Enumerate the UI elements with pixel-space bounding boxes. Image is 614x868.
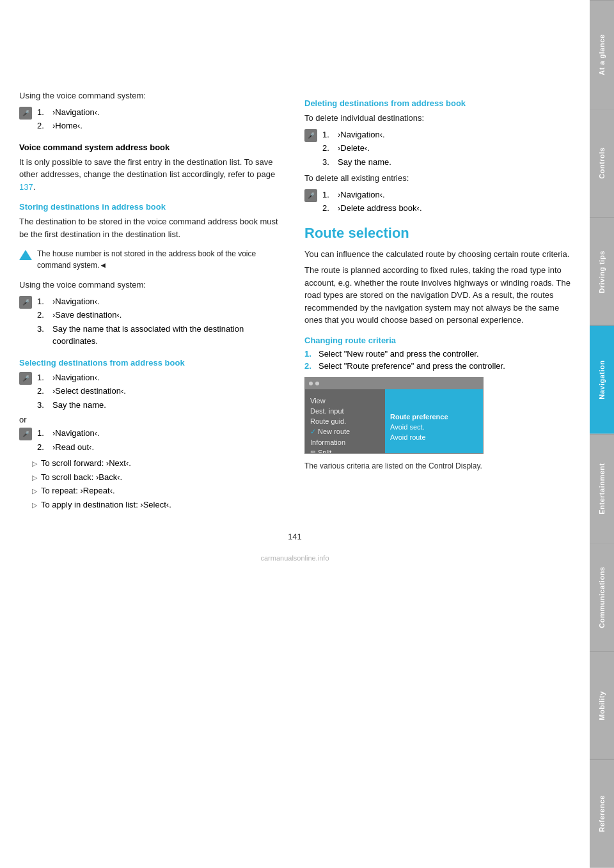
sidebar-tab-navigation[interactable]: Navigation — [590, 325, 614, 434]
change-step-2-num: 2. — [304, 361, 319, 371]
del-all-vc-row: 🎤 1. ›Navigation‹. 2. ›Delete address bo… — [304, 189, 571, 216]
sub-step-2: ▷ To scroll back: ›Back‹. — [32, 471, 285, 484]
change-step-2-item: 2. Select "Route preference" and press t… — [304, 361, 571, 371]
watermark: carmanualsonline.info — [19, 554, 571, 562]
left-column: Using the voice command system: 🎤 1. ›Na… — [19, 89, 285, 513]
deleting-title: Deleting destinations from address book — [304, 98, 571, 108]
arrow-icon-3: ▷ — [32, 486, 37, 497]
selecting-alt-steps: 1. ›Navigation‹. 2. ›Read out‹. — [37, 427, 285, 454]
route-menu-panel: View Dest. input Route guid. New route I… — [305, 389, 385, 454]
route-body1: You can influence the calculated route b… — [304, 248, 571, 261]
change-steps-list: 1. Select "New route" and press the cont… — [304, 349, 571, 371]
storing-title: Storing destinations in address book — [19, 202, 285, 212]
del-ind-step-1: 1. ›Navigation‹. — [322, 128, 571, 141]
intro-step-1: 1. ›Navigation‹. — [37, 106, 285, 119]
route-title: Route selection — [304, 225, 571, 242]
header-dot-2 — [315, 382, 319, 385]
intro-steps: 1. ›Navigation‹. 2. ›Home‹. — [37, 106, 285, 134]
route-screenshot: View Dest. input Route guid. New route I… — [304, 377, 484, 454]
page-link[interactable]: 137 — [19, 182, 33, 192]
vc-row-intro: 🎤 1. ›Navigation‹. 2. ›Home‹. — [19, 106, 285, 134]
route-img-inner: View Dest. input Route guid. New route I… — [305, 389, 483, 454]
voice-icon-intro: 🎤 — [19, 107, 37, 120]
microphone-icon-del-ind: 🎤 — [304, 129, 317, 142]
sidebar-tab-controls[interactable]: Controls — [590, 109, 614, 217]
voice-icon-del-ind: 🎤 — [304, 129, 322, 142]
microphone-icon-selecting-alt: 🎤 — [19, 428, 32, 440]
voice-icon-selecting-alt: 🎤 — [19, 428, 37, 440]
intro-step-2: 2. ›Home‹. — [37, 120, 285, 132]
menu-item-split: ⊞ Split — [310, 448, 380, 454]
menu-item-new-route: New route — [310, 427, 380, 437]
voice-icon-del-all: 🎤 — [304, 189, 322, 202]
storing-step-3: 3. Say the name that is associated with … — [37, 323, 285, 348]
menu-item-view: View — [310, 396, 380, 405]
arrow-icon-4: ▷ — [32, 500, 37, 511]
arrow-icon-1: ▷ — [32, 458, 37, 469]
microphone-icon-del-all: 🎤 — [304, 189, 317, 202]
del-individual-steps: 1. ›Navigation‹. 2. ›Delete‹. 3. Say the… — [322, 128, 571, 170]
change-step-1-item: 1. Select "New route" and press the cont… — [304, 349, 571, 359]
change-step-1-text: Select "New route" and press the control… — [319, 349, 479, 359]
voice-cmd-title: Voice command system address book — [19, 143, 285, 152]
sidebar-tab-communications[interactable]: Communications — [590, 543, 614, 651]
storing-vc-row: 🎤 1. ›Navigation‹. 2. ›Save destination‹… — [19, 295, 285, 349]
sub-step-4: ▷ To apply in destination list: ›Select‹… — [32, 499, 285, 511]
sel-alt-step-1: 1. ›Navigation‹. — [37, 427, 285, 440]
selecting-alt-vc-row: 🎤 1. ›Navigation‹. 2. ›Read out‹. — [19, 427, 285, 454]
selecting-step-2: 2. ›Select destination‹. — [37, 385, 285, 398]
header-dot-1 — [309, 382, 313, 385]
del-individual-vc-row: 🎤 1. ›Navigation‹. 2. ›Delete‹. 3. — [304, 128, 571, 170]
sidebar-tab-mobility[interactable]: Mobility — [590, 651, 614, 760]
route-img-header — [305, 378, 483, 389]
sub-step-3: ▷ To repeat: ›Repeat‹. — [32, 484, 285, 497]
menu-item-dest: Dest. input — [310, 407, 380, 415]
selecting-vc-row: 🎤 1. ›Navigation‹. 2. ›Select destinatio… — [19, 371, 285, 413]
del-all-steps: 1. ›Navigation‹. 2. ›Delete address book… — [322, 189, 571, 216]
using-vc-label: Using the voice command system: — [19, 279, 285, 291]
menu-item-route: Route guid. — [310, 417, 380, 426]
storing-step-2: 2. ›Save destination‹. — [37, 309, 285, 322]
sel-alt-step-2: 2. ›Read out‹. — [37, 441, 285, 454]
voice-cmd-body: It is only possible to save the first en… — [19, 156, 285, 194]
intro-text: Using the voice command system: — [19, 89, 285, 102]
route-pref-panel: Route preference Avoid sect. Avoid route — [385, 389, 483, 454]
sidebar-tab-at-a-glance[interactable]: At a glance — [590, 0, 614, 109]
storing-step-1: 1. ›Navigation‹. — [37, 295, 285, 308]
del-ind-step-2: 2. ›Delete‹. — [322, 142, 571, 155]
storing-body: The destination to be stored in the voic… — [19, 215, 285, 240]
storing-steps: 1. ›Navigation‹. 2. ›Save destination‹. … — [37, 295, 285, 349]
selecting-step-1: 1. ›Navigation‹. — [37, 371, 285, 384]
menu-item-info: Information — [310, 438, 380, 447]
change-step-1-num: 1. — [304, 349, 319, 359]
img-caption: The various criteria are listed on the C… — [304, 460, 571, 472]
sub-step-1: ▷ To scroll forward: ›Next‹. — [32, 457, 285, 470]
pref-item-avoid-route: Avoid route — [390, 433, 478, 442]
del-all-label: To delete all existing entries: — [304, 172, 571, 185]
del-ind-step-3: 3. Say the name. — [322, 156, 571, 169]
del-individual-label: To delete individual destinations: — [304, 112, 571, 125]
note-text: The house number is not stored in the ad… — [37, 248, 285, 271]
sub-steps-list: ▷ To scroll forward: ›Next‹. ▷ To scroll… — [32, 457, 285, 511]
sidebar-tab-reference[interactable]: Reference — [590, 759, 614, 868]
change-step-2-text: Select "Route preference" and press the … — [319, 361, 505, 371]
voice-icon-selecting: 🎤 — [19, 372, 37, 385]
del-all-step-1: 1. ›Navigation‹. — [322, 189, 571, 201]
pref-item-avoid-sect: Avoid sect. — [390, 422, 478, 431]
arrow-icon-2: ▷ — [32, 472, 37, 483]
sidebar: At a glance Controls Driving tips Naviga… — [590, 0, 614, 868]
pref-item-route-pref: Route preference — [390, 412, 478, 421]
microphone-icon: 🎤 — [19, 107, 32, 120]
note-triangle-icon — [19, 250, 32, 260]
route-body2: The route is planned according to fixed … — [304, 264, 571, 327]
right-column: Deleting destinations from address book … — [304, 89, 571, 513]
page-number: 141 — [19, 532, 571, 541]
sidebar-tab-driving-tips[interactable]: Driving tips — [590, 217, 614, 326]
del-all-step-2: 2. ›Delete address book‹. — [322, 202, 571, 215]
or-separator: or — [19, 415, 285, 424]
selecting-step-3: 3. Say the name. — [37, 399, 285, 412]
sidebar-tab-entertainment[interactable]: Entertainment — [590, 434, 614, 543]
microphone-icon-selecting: 🎤 — [19, 372, 32, 385]
note-box: The house number is not stored in the ad… — [19, 245, 285, 274]
selecting-steps: 1. ›Navigation‹. 2. ›Select destination‹… — [37, 371, 285, 413]
